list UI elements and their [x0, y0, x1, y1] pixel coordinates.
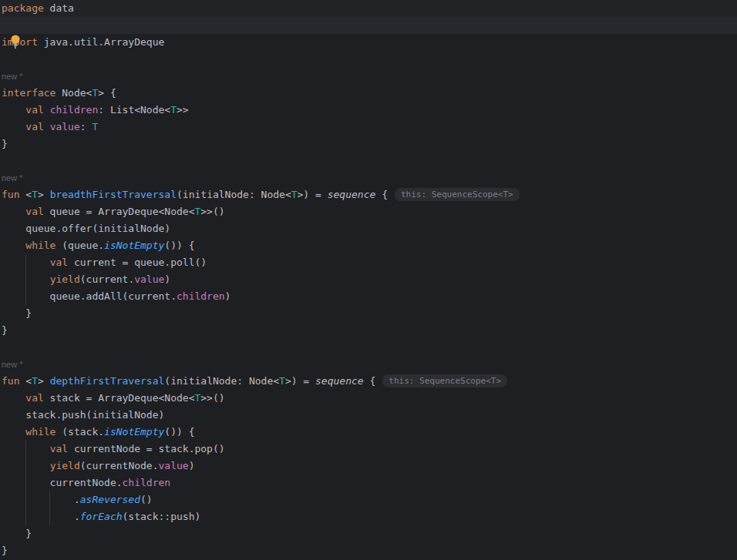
code-line[interactable]	[0, 17, 737, 34]
code-line[interactable]: new *	[0, 356, 737, 373]
code-token: >	[38, 375, 50, 387]
code-vision-hint[interactable]: new *	[2, 360, 23, 369]
inlay-hint[interactable]: this: SequenceScope<T>	[395, 188, 520, 201]
code-token	[2, 460, 50, 471]
code-token: while	[25, 240, 56, 251]
code-token	[2, 257, 50, 268]
intention-lightbulb-icon[interactable]	[9, 34, 22, 49]
code-token: >>()	[200, 392, 224, 404]
inlay-hint[interactable]: this: SequenceScope<T>	[382, 374, 507, 387]
code-line[interactable]	[0, 153, 737, 169]
code-vision-hint[interactable]: new *	[2, 173, 23, 183]
code-line[interactable]: currentNode.children	[0, 474, 737, 491]
code-token: }	[2, 324, 8, 336]
code-token	[2, 443, 50, 454]
code-line[interactable]	[0, 51, 737, 68]
code-token: val	[50, 443, 68, 454]
code-token: <	[19, 189, 32, 200]
code-token: T	[32, 375, 38, 387]
code-vision-hint[interactable]: new *	[2, 72, 23, 81]
code-line[interactable]: }	[0, 305, 737, 322]
code-line[interactable]: val value: T	[0, 119, 737, 136]
code-token: interface	[2, 87, 56, 99]
code-token: breadthFirstTraversal	[50, 189, 177, 200]
code-line[interactable]: val current = queue.poll()	[0, 254, 737, 271]
code-token: val	[50, 257, 68, 268]
code-token: val	[25, 392, 43, 404]
code-token: >) =	[298, 189, 328, 200]
code-line[interactable]: }	[0, 322, 737, 339]
code-token: fun	[2, 375, 19, 387]
code-token: >>()	[200, 206, 224, 217]
code-line[interactable]: fun <T> breadthFirstTraversal(initialNod…	[0, 186, 737, 203]
code-line[interactable]: }	[0, 525, 737, 542]
code-token: >	[38, 189, 50, 200]
code-token: isNotEmpty	[104, 426, 164, 438]
code-token: queue.addAll(current.	[2, 290, 177, 302]
code-line[interactable]: while (queue.isNotEmpty()) {	[0, 237, 737, 254]
code-token: (stack.	[56, 426, 104, 438]
code-line[interactable]: new *	[0, 169, 737, 186]
code-token: T	[92, 121, 98, 132]
code-line[interactable]: val queue = ArrayDeque<Node<T>>()	[0, 203, 737, 220]
code-token: }	[2, 545, 8, 556]
code-line[interactable]: new *	[0, 68, 737, 85]
code-token: value	[50, 121, 80, 132]
code-line[interactable]: queue.offer(initialNode)	[0, 220, 737, 237]
code-token: ()) {	[164, 240, 194, 251]
code-token: )	[164, 273, 170, 285]
code-token: isNotEmpty	[104, 240, 164, 251]
code-line[interactable]: import java.util.ArrayDeque	[0, 34, 737, 51]
code-token: T	[170, 104, 177, 116]
code-token: queue = ArrayDeque<Node<	[44, 206, 195, 217]
code-token: queue.offer(initialNode)	[2, 223, 170, 234]
code-token: currentNode = stack.pop()	[68, 443, 225, 454]
code-token: sequence	[328, 189, 376, 200]
code-token: stack = ArrayDeque<Node<	[44, 392, 195, 404]
code-token: currentNode.	[2, 477, 123, 488]
code-token	[2, 206, 25, 217]
code-token: >>	[177, 104, 189, 116]
code-line[interactable]: queue.addAll(current.children)	[0, 288, 737, 305]
code-token: (current.	[80, 273, 134, 285]
code-token: forEach	[80, 511, 123, 522]
code-line[interactable]: interface Node<T> {	[0, 85, 737, 102]
code-token: (currentNode.	[80, 460, 159, 471]
code-line[interactable]: yield(currentNode.value)	[0, 458, 737, 474]
code-line[interactable]	[0, 339, 737, 356]
code-line[interactable]: .forEach(stack::push)	[0, 508, 737, 525]
code-token: package	[2, 2, 44, 14]
code-token: {	[375, 189, 388, 200]
code-line[interactable]: val children: List<Node<T>>	[0, 102, 737, 119]
code-line[interactable]: val stack = ArrayDeque<Node<T>>()	[0, 390, 737, 407]
code-token: sequence	[315, 375, 364, 387]
code-line[interactable]: yield(current.value)	[0, 271, 737, 288]
code-token: T	[279, 375, 285, 387]
code-line[interactable]: }	[0, 136, 737, 153]
code-line[interactable]: package data	[0, 0, 737, 17]
code-token: (initialNode: Node<	[177, 189, 291, 200]
code-token: (initialNode: Node<	[164, 375, 279, 387]
code-token: children	[177, 290, 225, 302]
code-editor[interactable]: package dataimport java.util.ArrayDequen…	[0, 0, 737, 560]
code-line[interactable]: stack.push(initialNode)	[0, 407, 737, 424]
code-line[interactable]: .asReversed()	[0, 491, 737, 508]
code-token	[2, 121, 25, 132]
code-token	[44, 104, 50, 116]
code-line[interactable]: }	[0, 542, 737, 559]
code-token: value	[159, 460, 189, 471]
code-token: yield	[50, 273, 80, 285]
code-token	[2, 426, 25, 438]
code-token: :	[80, 121, 93, 132]
code-line[interactable]: while (stack.isNotEmpty()) {	[0, 424, 737, 441]
code-token: T	[291, 189, 298, 200]
code-line[interactable]: val currentNode = stack.pop()	[0, 441, 737, 458]
code-token	[44, 121, 50, 132]
code-token: <	[19, 375, 32, 387]
code-line[interactable]: fun <T> depthFirstTraversal(initialNode:…	[0, 373, 737, 390]
code-token: val	[25, 104, 43, 116]
code-token: data	[44, 2, 74, 14]
code-token: java.util.ArrayDeque	[38, 36, 164, 48]
code-token: val	[25, 206, 43, 217]
code-token: >) =	[285, 375, 315, 387]
